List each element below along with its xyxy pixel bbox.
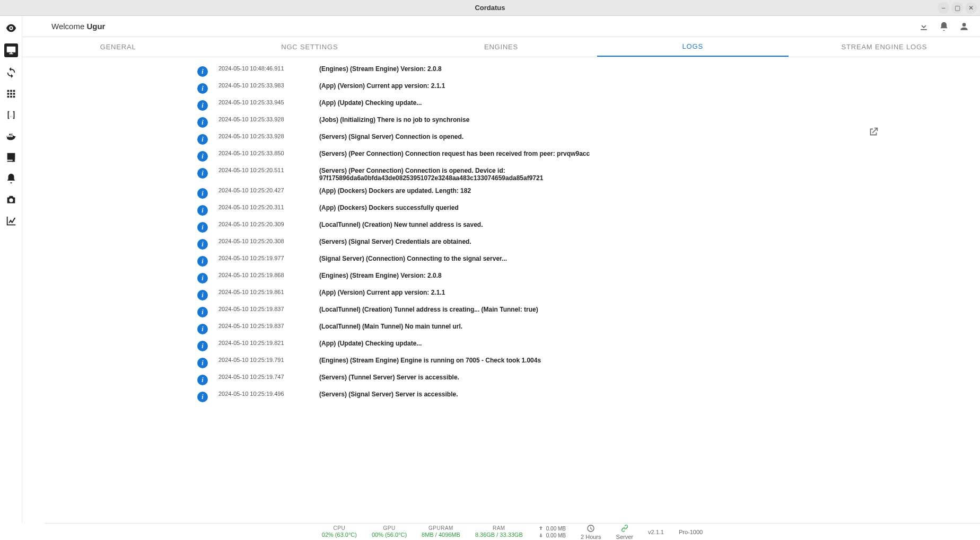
clock-icon <box>587 524 595 533</box>
log-row: i2024-05-10 10:25:19.868(Engines) (Strea… <box>197 269 675 286</box>
info-icon: i <box>197 375 208 385</box>
log-row: i2024-05-10 10:25:33.928(Servers) (Signa… <box>197 130 675 147</box>
arrow-up-icon <box>538 525 544 532</box>
net-up-value: 0.00 MB <box>546 526 566 532</box>
info-icon: i <box>197 341 208 351</box>
left-rail <box>0 16 22 523</box>
welcome-prefix: Welcome <box>51 22 86 31</box>
log-message: (App) (Update) Checking update... <box>319 99 422 107</box>
log-panel: i2024-05-10 10:48:46.911(Engines) (Strea… <box>22 57 980 523</box>
info-icon: i <box>197 151 208 162</box>
camera-icon[interactable] <box>5 194 17 206</box>
log-row: i2024-05-10 10:25:20.427(App) (Dockers) … <box>197 184 675 201</box>
gpu-stat: GPU 00% (56.0°C) <box>372 525 407 538</box>
info-icon: i <box>197 66 208 77</box>
info-icon: i <box>197 290 208 300</box>
log-timestamp: 2024-05-10 10:25:19.791 <box>208 357 319 363</box>
log-row: i2024-05-10 10:25:19.861(App) (Version) … <box>197 286 675 303</box>
link-icon <box>620 524 629 533</box>
log-timestamp: 2024-05-10 10:25:19.977 <box>208 255 319 261</box>
log-timestamp: 2024-05-10 10:25:19.496 <box>208 391 319 397</box>
log-timestamp: 2024-05-10 10:25:19.861 <box>208 289 319 295</box>
notifications-icon[interactable] <box>939 21 949 32</box>
account-icon[interactable] <box>959 21 969 32</box>
log-timestamp: 2024-05-10 10:25:19.747 <box>208 374 319 380</box>
chart-line-icon[interactable] <box>5 215 17 227</box>
log-row: i2024-05-10 10:25:19.791(Engines) (Strea… <box>197 354 675 371</box>
tablet-play-icon[interactable] <box>5 152 17 163</box>
close-button[interactable]: ✕ <box>965 2 977 14</box>
log-message: (LocalTunnel) (Creation) Tunnel address … <box>319 306 538 313</box>
window-titlebar: Cordatus – ▢ ✕ <box>0 0 980 16</box>
ram-value: 8.36GB / 33.33GB <box>475 532 523 538</box>
server-value: Server <box>616 534 633 540</box>
info-icon: i <box>197 134 208 145</box>
log-row: i2024-05-10 10:25:19.821(App) (Update) C… <box>197 337 675 354</box>
log-message: (Servers) (Tunnel Server) Server is acce… <box>319 374 459 381</box>
log-row: i2024-05-10 10:25:20.511(Servers) (Peer … <box>197 164 675 184</box>
gpu-label: GPU <box>372 525 407 532</box>
brackets-icon[interactable] <box>5 109 17 121</box>
net-down-value: 0.00 MB <box>546 533 566 538</box>
log-row: i2024-05-10 10:25:33.945(App) (Update) C… <box>197 96 675 113</box>
log-timestamp: 2024-05-10 10:25:20.311 <box>208 204 319 210</box>
log-timestamp: 2024-05-10 10:25:33.983 <box>208 82 319 88</box>
log-message: (Engines) (Stream Engine) Version: 2.0.8 <box>319 65 442 73</box>
minimize-button[interactable]: – <box>938 2 949 14</box>
info-icon: i <box>197 239 208 250</box>
open-external-icon[interactable] <box>868 126 879 138</box>
log-row: i2024-05-10 10:25:33.928(Jobs) (Initiali… <box>197 113 675 130</box>
log-timestamp: 2024-05-10 10:25:19.821 <box>208 340 319 346</box>
tab-logs[interactable]: LOGS <box>597 37 789 57</box>
app-header: Welcome Ugur <box>22 16 980 37</box>
tab-engines[interactable]: ENGINES <box>405 37 597 57</box>
ram-stat: RAM 8.36GB / 33.33GB <box>475 525 523 538</box>
info-icon: i <box>197 358 208 368</box>
tab-general[interactable]: GENERAL <box>22 37 214 57</box>
log-message: (LocalTunnel) (Main Tunnel) No main tunn… <box>319 323 462 330</box>
log-timestamp: 2024-05-10 10:25:20.309 <box>208 221 319 227</box>
log-message: (App) (Update) Checking update... <box>319 340 422 347</box>
log-row: i2024-05-10 10:25:20.309(LocalTunnel) (C… <box>197 218 675 235</box>
log-timestamp: 2024-05-10 10:48:46.911 <box>208 65 319 72</box>
cpu-stat: CPU 02% (63.0°C) <box>322 525 357 538</box>
monitor-icon[interactable] <box>4 43 18 57</box>
log-list[interactable]: i2024-05-10 10:48:46.911(Engines) (Strea… <box>22 57 675 523</box>
uptime-value: 2 Hours <box>581 534 601 540</box>
log-row: i2024-05-10 10:25:19.977(Signal Server) … <box>197 252 675 269</box>
log-timestamp: 2024-05-10 10:25:33.928 <box>208 116 319 122</box>
info-icon: i <box>197 273 208 284</box>
log-message: (App) (Version) Current app version: 2.1… <box>319 289 445 296</box>
bell-icon[interactable] <box>5 173 17 184</box>
download-icon[interactable] <box>918 21 929 32</box>
info-icon: i <box>197 205 208 216</box>
tab-ngc-settings[interactable]: NGC SETTINGS <box>214 37 405 57</box>
info-icon: i <box>197 168 208 179</box>
maximize-button[interactable]: ▢ <box>951 2 963 14</box>
info-icon: i <box>197 188 208 199</box>
log-message: (Servers) (Peer Connection) Connection r… <box>319 150 590 157</box>
svg-point-0 <box>10 27 12 29</box>
log-message: (Signal Server) (Connection) Connecting … <box>319 255 507 262</box>
tabs: GENERALNGC SETTINGSENGINESLOGSSTREAM ENG… <box>22 37 980 57</box>
log-row: i2024-05-10 10:25:20.308(Servers) (Signa… <box>197 235 675 252</box>
gpuram-value: 8MB / 4096MB <box>422 532 460 538</box>
gpuram-stat: GPURAM 8MB / 4096MB <box>422 525 460 538</box>
tab-stream-engine-logs[interactable]: STREAM ENGINE LOGS <box>789 37 980 57</box>
info-icon: i <box>197 222 208 233</box>
log-timestamp: 2024-05-10 10:25:19.868 <box>208 272 319 278</box>
log-timestamp: 2024-05-10 10:25:33.928 <box>208 133 319 139</box>
info-icon: i <box>197 100 208 111</box>
sync-icon[interactable] <box>5 67 17 78</box>
log-message: (Servers) (Signal Server) Credentials ar… <box>319 238 471 245</box>
log-timestamp: 2024-05-10 10:25:19.837 <box>208 306 319 312</box>
apps-grid-icon[interactable] <box>5 88 17 100</box>
status-footer: CPU 02% (63.0°C) GPU 00% (56.0°C) GPURAM… <box>45 523 980 540</box>
logo-eye-icon[interactable] <box>5 22 17 34</box>
log-timestamp: 2024-05-10 10:25:20.427 <box>208 187 319 193</box>
log-row: i2024-05-10 10:25:33.983(App) (Version) … <box>197 79 675 96</box>
log-timestamp: 2024-05-10 10:25:33.850 <box>208 150 319 156</box>
docker-icon[interactable] <box>5 130 17 142</box>
gpu-value: 00% (56.0°C) <box>372 532 407 538</box>
info-icon: i <box>197 256 208 267</box>
